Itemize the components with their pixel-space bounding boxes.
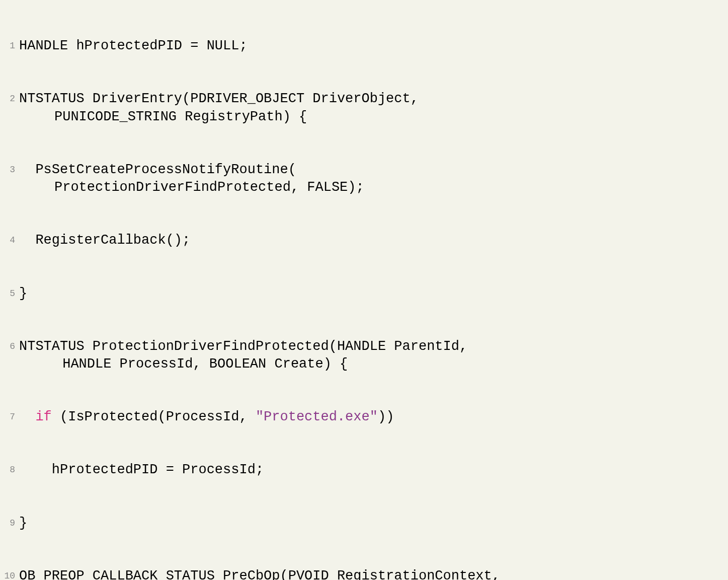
line-number: 7 xyxy=(0,408,19,423)
line-number: 1 xyxy=(0,37,19,52)
code-line: 5 } xyxy=(0,285,728,303)
code-line: 7 if (IsProtected(ProcessId, "Protected.… xyxy=(0,408,728,426)
code-content: HANDLE hProtectedPID = NULL; xyxy=(19,37,728,55)
line-number: 8 xyxy=(0,461,19,476)
line-number: 6 xyxy=(0,338,19,352)
line-number: 5 xyxy=(0,285,19,300)
keyword-if: if xyxy=(35,409,51,424)
code-line: 1 HANDLE hProtectedPID = NULL; xyxy=(0,37,728,55)
string-literal: "Protected.exe" xyxy=(256,409,378,424)
line-number: 4 xyxy=(0,232,19,246)
code-line: 3 PsSetCreateProcessNotifyRoutine( Prote… xyxy=(0,161,728,196)
code-content: NTSTATUS ProtectionDriverFindProtected(H… xyxy=(19,338,728,373)
code-content: PsSetCreateProcessNotifyRoutine( Protect… xyxy=(19,161,728,196)
code-line: 8 hProtectedPID = ProcessId; xyxy=(0,461,728,479)
code-content: OB_PREOP_CALLBACK_STATUS PreCbOp(PVOID R… xyxy=(19,567,728,580)
code-line: 6 NTSTATUS ProtectionDriverFindProtected… xyxy=(0,338,728,373)
code-line: 4 RegisterCallback(); xyxy=(0,232,728,249)
code-content: NTSTATUS DriverEntry(PDRIVER_OBJECT Driv… xyxy=(19,90,728,125)
code-content: } xyxy=(19,515,728,532)
code-content: hProtectedPID = ProcessId; xyxy=(19,461,728,479)
line-number: 2 xyxy=(0,90,19,105)
code-line: 9 } xyxy=(0,515,728,532)
code-line: 2 NTSTATUS DriverEntry(PDRIVER_OBJECT Dr… xyxy=(0,90,728,125)
code-line: 10 OB_PREOP_CALLBACK_STATUS PreCbOp(PVOI… xyxy=(0,567,728,580)
line-number: 10 xyxy=(0,567,19,580)
line-number: 9 xyxy=(0,515,19,529)
code-content: } xyxy=(19,285,728,303)
code-content: RegisterCallback(); xyxy=(19,232,728,249)
code-listing: 1 HANDLE hProtectedPID = NULL; 2 NTSTATU… xyxy=(0,0,728,580)
line-number: 3 xyxy=(0,161,19,176)
code-content: if (IsProtected(ProcessId, "Protected.ex… xyxy=(19,408,728,426)
